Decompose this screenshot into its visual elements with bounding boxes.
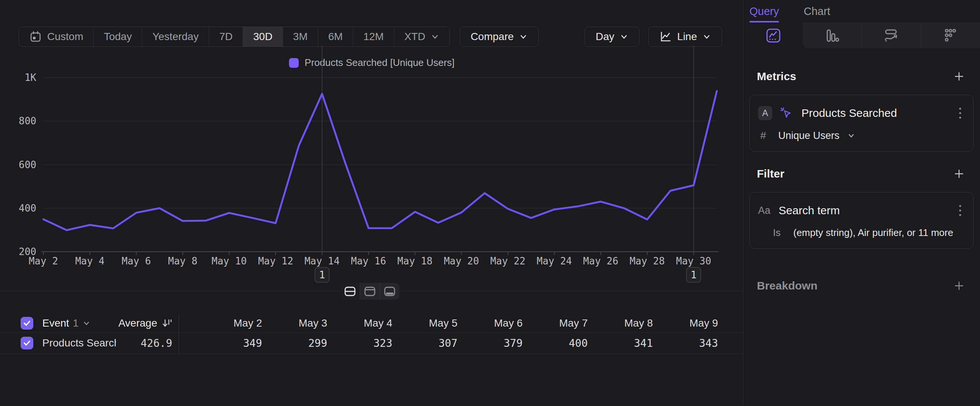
tab-funnels[interactable] xyxy=(803,22,861,48)
view-toggle xyxy=(340,283,399,299)
aggregation-row[interactable]: # Unique Users xyxy=(758,130,964,142)
annotation-badge-label: 1 xyxy=(690,269,697,280)
breakdown-heading-row: Breakdown xyxy=(744,279,980,292)
x-tick-label: May 24 xyxy=(537,255,572,267)
average-value: 426.9 xyxy=(141,337,172,349)
cell-value: 400 xyxy=(523,337,588,349)
sidebar-tabs: Query Chart xyxy=(744,0,980,22)
event-header-label-group[interactable]: Event 1 xyxy=(42,317,91,329)
annotation-badge-label: 1 xyxy=(319,269,325,280)
metrics-heading: Metrics xyxy=(757,70,796,83)
table-only-icon xyxy=(383,285,396,298)
x-tick-label: May 10 xyxy=(212,255,247,267)
check-icon xyxy=(23,319,31,327)
x-tick-label: May 6 xyxy=(122,255,151,267)
y-tick-label: 1K xyxy=(25,72,37,83)
select-all-checkbox[interactable] xyxy=(21,317,33,330)
add-breakdown-button[interactable] xyxy=(953,280,965,292)
series-line[interactable] xyxy=(43,91,717,230)
filter-operator: Is xyxy=(773,227,781,239)
tab-retention[interactable] xyxy=(921,22,980,48)
date-header-cells: May 2May 3May 4May 5May 6May 7May 8May 9 xyxy=(197,317,718,329)
metric-card[interactable]: A Products Searched # Unique Users xyxy=(749,95,974,152)
metric-letter-badge: A xyxy=(758,106,772,120)
filter-condition-row[interactable]: Is (empty string), Air purifier, or 11 m… xyxy=(758,227,964,239)
chevron-down-icon xyxy=(82,319,91,327)
view-toggle-chart-only[interactable] xyxy=(360,283,380,299)
view-toggle-table-only[interactable] xyxy=(380,283,399,299)
date-header[interactable]: May 8 xyxy=(588,317,653,329)
query-sidebar: Query Chart xyxy=(744,0,980,406)
filter-menu-button[interactable] xyxy=(957,202,964,219)
chevron-down-icon xyxy=(847,131,855,140)
active-tab-underline xyxy=(749,21,779,22)
tab-query[interactable]: Query xyxy=(749,5,779,22)
plus-icon xyxy=(953,168,965,180)
cell-value: 341 xyxy=(588,337,653,349)
event-name-cell: Products Searched [Un... xyxy=(0,337,116,349)
flows-icon xyxy=(883,27,899,44)
metrics-heading-row: Metrics xyxy=(744,70,980,83)
y-tick-label: 400 xyxy=(19,203,36,214)
chart-only-icon xyxy=(363,285,376,298)
tab-insights[interactable] xyxy=(744,22,803,48)
average-header-cell[interactable]: Average xyxy=(116,317,172,329)
string-property-icon: Aa xyxy=(758,205,770,217)
date-value-cells: 349299323307379400341343 xyxy=(197,337,718,349)
y-tick-label: 800 xyxy=(19,115,36,127)
date-header[interactable]: May 5 xyxy=(392,317,457,329)
tab-query-label: Query xyxy=(749,5,779,17)
table-data-row[interactable]: Products Searched [Un... 426.9 349299323… xyxy=(0,333,743,354)
metric-menu-button[interactable] xyxy=(957,105,964,121)
date-header[interactable]: May 3 xyxy=(262,317,327,329)
x-tick-label: May 28 xyxy=(630,255,665,267)
check-icon xyxy=(23,339,31,347)
x-tick-label: May 18 xyxy=(398,255,433,267)
sort-descending-icon xyxy=(162,318,172,328)
metric-card-row: A Products Searched xyxy=(758,105,964,121)
event-header-label: Event xyxy=(42,317,69,329)
cell-value: 379 xyxy=(457,337,523,349)
average-header-label: Average xyxy=(118,317,157,329)
cell-value: 299 xyxy=(262,337,327,349)
kebab-icon xyxy=(958,107,962,120)
y-tick-label: 600 xyxy=(19,159,36,170)
column-divider xyxy=(178,314,179,332)
x-tick-label: May 22 xyxy=(490,255,525,267)
event-name: Products Searched [Un... xyxy=(42,337,116,349)
main-panel: CustomTodayYesterday7D30D3M6M12MXTD Comp… xyxy=(0,0,743,406)
date-header[interactable]: May 2 xyxy=(197,317,262,329)
line-chart[interactable]: 2004006008001KMay 2May 4May 6May 8May 10… xyxy=(0,0,743,292)
event-count: 1 xyxy=(73,317,79,329)
x-tick-label: May 16 xyxy=(351,255,386,267)
report-type-tabs xyxy=(744,22,980,48)
breakdown-heading: Breakdown xyxy=(757,279,818,292)
results-table: Event 1 Average May 2May 3May 4May 5May … xyxy=(0,314,743,354)
filter-card[interactable]: Aa Search term Is (empty string), Air pu… xyxy=(749,192,974,249)
split-view-icon xyxy=(344,285,356,298)
add-filter-button[interactable] xyxy=(953,168,965,180)
filter-heading: Filter xyxy=(757,167,784,180)
x-tick-label: May 26 xyxy=(583,255,618,267)
date-header[interactable]: May 4 xyxy=(327,317,392,329)
filter-heading-row: Filter xyxy=(744,167,980,180)
tab-chart[interactable]: Chart xyxy=(804,5,830,22)
cell-value: 349 xyxy=(197,337,262,349)
tab-chart-label: Chart xyxy=(804,5,830,17)
bar-chart-icon xyxy=(824,27,840,44)
tab-flows[interactable] xyxy=(862,22,921,48)
insights-icon xyxy=(765,27,782,44)
x-tick-label: May 2 xyxy=(29,255,58,267)
plus-icon xyxy=(953,280,965,292)
row-checkbox[interactable] xyxy=(21,337,33,349)
x-tick-label: May 30 xyxy=(676,255,711,267)
x-tick-label: May 14 xyxy=(304,255,339,267)
date-header[interactable]: May 9 xyxy=(653,317,718,329)
date-header[interactable]: May 7 xyxy=(523,317,588,329)
view-toggle-split-view[interactable] xyxy=(340,283,360,299)
retention-dots-icon xyxy=(942,27,959,44)
kebab-icon xyxy=(958,204,962,217)
table-header-row: Event 1 Average May 2May 3May 4May 5May … xyxy=(0,314,743,333)
date-header[interactable]: May 6 xyxy=(457,317,523,329)
add-metric-button[interactable] xyxy=(953,70,965,83)
